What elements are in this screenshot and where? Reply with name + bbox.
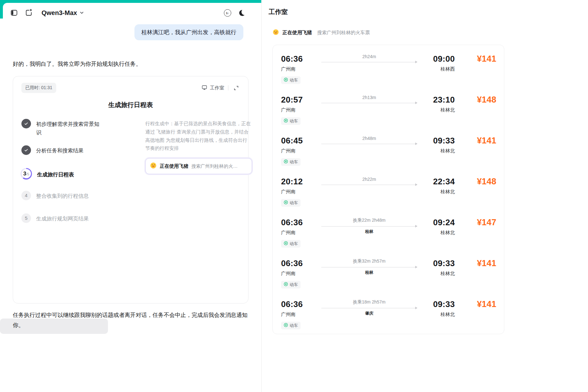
workspace-panel: 工作室 正在使用飞猪 搜索广州到桂林的火车票 06:36广州南 2h24m 09… [262,0,588,392]
task-title: 生成旅行日程表 [21,101,240,109]
ticket-results-card: 06:36广州南 2h24m 09:00桂林西 ¥141 动车 20:57广州南… [272,45,504,334]
train-icon [284,159,288,165]
train-icon [284,200,288,206]
check-icon [21,119,31,128]
ticket-price: ¥147 [455,218,496,227]
task-card-header: 已用时: 01:31 工作室 [21,83,240,93]
ticket-row[interactable]: 06:45广州南 2h48m 09:33桂林北 ¥141 动车 [273,128,504,169]
departure-time: 06:36 [281,299,312,309]
train-icon [284,241,288,247]
train-icon [284,119,288,124]
transfer-station [321,65,417,70]
departure-time: 06:36 [281,258,312,268]
departure-station: 广州南 [281,311,312,318]
monitor-icon [202,85,207,91]
step-label: 生成旅行日程表 [37,168,105,182]
arrival-station: 桂林北 [427,271,455,277]
arrival-time: 23:10 [427,95,455,105]
ticket-price: ¥141 [455,258,496,268]
step-item-5: 5 生成旅行规划网页结果 [21,213,117,227]
arrival-station: 桂林北 [427,148,455,154]
check-icon [21,145,31,155]
header-separator [228,85,228,90]
step-item-1: 初步理解需求并搜索背景知识 [21,119,117,137]
ticket-price: ¥148 [455,95,496,105]
transfer-station: 桂林 [321,229,417,234]
tool-pill[interactable]: 正在使用飞猪 搜索广州到桂林的火… [145,158,252,174]
workspace-title: 工作室 [269,8,288,16]
duration: 换乘18m 2h57m [321,299,417,305]
departure-station: 广州南 [281,107,312,113]
train-type-tag: 动车 [281,76,301,84]
arrival-station: 桂林北 [427,230,455,236]
topbar: Qwen3-Max 1↓ [0,3,261,23]
model-selector[interactable]: Qwen3-Max [42,9,84,17]
ticket-row[interactable]: 06:36广州南 换乘32m 2h57m桂林 09:33桂林北 ¥141 动车 [273,251,504,292]
arrow-icon [415,266,417,268]
arrival-time: 09:33 [427,258,455,268]
departure-station: 广州南 [281,66,312,72]
departure-station: 广州南 [281,230,312,236]
train-icon [284,78,288,83]
train-icon [284,282,288,288]
train-type-tag: 动车 [281,240,301,248]
sidebar-toggle-icon[interactable] [9,8,19,18]
dark-mode-icon[interactable] [237,8,247,18]
user-message: 桂林漓江吧，我从广州出发，高铁就行 [134,24,244,40]
tool-status-detail: 搜索广州到桂林的火车票 [317,30,370,36]
departure-time: 20:57 [281,95,312,105]
transfer-station [321,105,417,111]
usage-limit-icon[interactable]: 1↓ [222,8,233,18]
departure-time: 06:45 [281,136,312,146]
train-type-tag: 动车 [281,158,301,166]
duration: 2h22m [321,177,417,182]
duration: 换乘32m 2h57m [321,258,417,264]
departure-station: 广州南 [281,189,312,195]
progress-description: 行程生成中：基于已筛选的景点和美食信息，正在通过 飞猪旅行 查询景点门票与开放信… [145,119,252,152]
step-item-2: 分析任务和搜索结果 [21,145,117,159]
ticket-price: ¥141 [455,54,496,64]
arrow-icon [415,142,417,145]
ticket-row[interactable]: 06:36广州南 2h24m 09:00桂林西 ¥141 动车 [273,46,504,87]
train-type-tag: 动车 [281,117,301,125]
departure-station: 广州南 [281,148,312,154]
tool-pill-name: 正在使用飞猪 [160,163,188,169]
train-type-tag: 动车 [281,322,301,329]
arrow-icon [415,307,417,309]
ticket-row[interactable]: 06:36广州南 换乘22m 2h48m桂林 09:24桂林北 ¥147 动车 [273,210,504,251]
fliggy-icon [272,29,279,37]
departure-station: 广州南 [281,271,312,277]
new-chat-icon[interactable] [24,8,34,18]
ticket-row[interactable]: 20:12广州南 2h22m 22:34桂林北 ¥148 动车 [273,169,504,210]
duration: 2h13m [321,95,417,100]
step-number-badge: 4 [21,191,31,200]
arrival-time: 09:24 [427,218,455,227]
arrival-station: 桂林北 [427,107,455,113]
step-item-3: 3 /5 生成旅行日程表 [21,168,117,182]
task-steps: 初步理解需求并搜索背景知识 分析任务和搜索结果 3 /5 [21,119,117,227]
departure-time: 06:36 [281,54,312,64]
transfer-station [321,187,417,192]
arrival-station: 桂林北 [427,189,455,195]
workspace-link-label: 工作室 [210,85,224,91]
train-icon [284,323,288,328]
step-label: 生成旅行规划网页结果 [36,213,104,227]
model-name: Qwen3-Max [42,9,77,17]
expand-icon[interactable] [232,84,240,92]
train-type-tag: 动车 [281,281,301,288]
chevron-down-icon [80,9,84,17]
arrival-station: 桂林西 [427,66,455,72]
step-label: 整合收集到的行程信息 [36,191,104,205]
fliggy-icon [150,162,157,170]
ticket-row[interactable]: 06:36广州南 换乘18m 2h57m肇庆 09:33桂林北 ¥141 动车 [273,292,504,333]
ticket-row[interactable]: 20:57广州南 2h13m 23:10桂林北 ¥148 动车 [273,87,504,128]
arrival-time: 09:33 [427,136,455,146]
workspace-link[interactable]: 工作室 [202,85,224,91]
arrival-station: 桂林北 [427,311,455,318]
departure-time: 06:36 [281,218,312,227]
app-window: Qwen3-Max 1↓ 桂林漓江吧，我从广州出发，高铁就行 好的，我明白了。我… [0,0,588,392]
step-label: 分析任务和搜索结果 [36,145,104,159]
transfer-station [321,146,417,151]
current-step-number: 3 [23,171,26,177]
ticket-price: ¥141 [455,136,496,146]
